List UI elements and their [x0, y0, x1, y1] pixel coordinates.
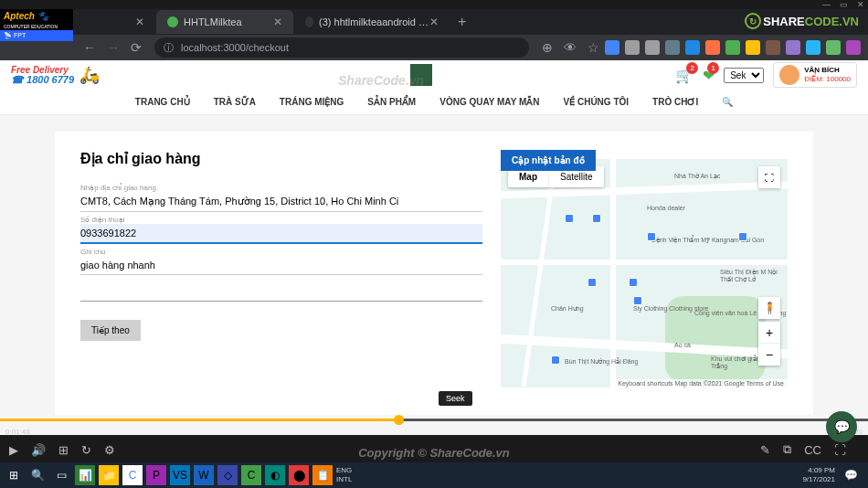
field-label: Ghi chú: [80, 248, 482, 256]
form-title: Địa chỉ giao hàng: [80, 150, 482, 167]
search-icon[interactable]: 🔍: [27, 465, 48, 485]
video-control-icon[interactable]: ⚙: [104, 443, 115, 457]
url-bar: ← → ⟳ ⓘ localhost:3000/checkout ⊕ 👁 ☆: [0, 35, 868, 60]
extension-icon[interactable]: [766, 40, 780, 55]
map-poi-label: Nhà Thờ An Lạc: [674, 173, 720, 180]
taskbar-app[interactable]: 📋: [312, 465, 333, 485]
extension-icon[interactable]: [625, 40, 640, 55]
start-button[interactable]: ⊞: [4, 465, 24, 485]
address-input[interactable]: [80, 193, 482, 212]
extension-icon[interactable]: [605, 40, 619, 55]
back-icon[interactable]: ←: [83, 40, 96, 55]
search-select[interactable]: Sek: [724, 68, 764, 83]
extension-icon[interactable]: [786, 40, 800, 55]
window-maximize[interactable]: ▭: [840, 0, 848, 9]
notifications-icon[interactable]: 💬: [841, 465, 861, 485]
browser-tabs: ✕ HHTLMilktea✕ (3) hhtlmilkteaandroid on…: [0, 9, 868, 35]
video-progress[interactable]: [0, 419, 868, 421]
video-control-icon[interactable]: ⊞: [58, 443, 69, 457]
info-icon[interactable]: ⓘ: [164, 41, 174, 55]
windows-taskbar: ⊞ 🔍 ▭ 📊 📁 C P VS W ◇ C ◐ ⬤ 📋 ENGINTL 4:0…: [0, 462, 868, 488]
window-close[interactable]: ✕: [857, 0, 864, 9]
taskbar-app[interactable]: ◇: [217, 465, 238, 485]
extension-icon[interactable]: [665, 40, 680, 55]
taskbar-app[interactable]: 📁: [99, 465, 119, 485]
map-poi-label: Honda dealer: [647, 205, 685, 211]
extension-icon[interactable]: [705, 40, 720, 55]
new-tab-button[interactable]: +: [458, 14, 466, 30]
chat-button[interactable]: 💬: [826, 411, 857, 442]
fullscreen-icon[interactable]: ⛶: [834, 443, 846, 457]
wishlist-icon[interactable]: ❤1: [703, 67, 715, 84]
browser-tab[interactable]: ✕: [73, 10, 155, 34]
star-icon[interactable]: ☆: [587, 40, 599, 55]
search-icon[interactable]: 🔍: [722, 97, 733, 107]
volume-icon[interactable]: 🔊: [31, 443, 46, 457]
video-control-icon[interactable]: ↻: [81, 443, 91, 457]
taskbar-app[interactable]: C: [122, 465, 143, 485]
nav-item[interactable]: VỀ CHÚNG TÔI: [563, 97, 629, 107]
captions-icon[interactable]: CC: [804, 443, 821, 457]
window-minimize[interactable]: —: [822, 0, 831, 9]
watermark-logo: ↻ SHARECODE.VN: [745, 13, 859, 29]
note-input[interactable]: [80, 256, 482, 275]
nav-item[interactable]: TRANG CHỦ: [135, 97, 190, 107]
browser-tab[interactable]: (3) hhtlmilkteaandroid on Expo D✕: [294, 10, 450, 34]
pegman-icon[interactable]: 🧍: [758, 297, 780, 319]
phone-input[interactable]: [80, 224, 482, 244]
system-clock[interactable]: 4:09 PM9/17/2021: [802, 466, 841, 483]
next-button[interactable]: Tiếp theo: [80, 320, 141, 341]
extension-icon[interactable]: [725, 40, 740, 55]
extension-icon[interactable]: [685, 40, 700, 55]
site-header: Free Delivery ☎ 1800 6779 🛵 🛒2 ❤1 Sek VÂ…: [0, 60, 868, 90]
free-delivery-banner: Free Delivery ☎ 1800 6779: [11, 66, 74, 85]
extension-icon[interactable]: [846, 40, 861, 55]
taskbar-app[interactable]: P: [146, 465, 166, 485]
nav-item[interactable]: TRÒ CHƠI: [652, 97, 698, 107]
map-poi-label: Siêu Thị Điện M Nội Thất Chợ Lớ: [720, 269, 788, 283]
taskbar-app[interactable]: W: [194, 465, 214, 485]
extension-icon[interactable]: [746, 40, 760, 55]
taskbar-app[interactable]: 📊: [75, 465, 95, 485]
edit-icon[interactable]: ✎: [760, 443, 770, 457]
main-nav: TRANG CHỦ TRÀ SỮA TRÁNG MIỆNG SẢN PHẨM V…: [0, 90, 868, 115]
nav-item[interactable]: TRÁNG MIỆNG: [280, 97, 344, 107]
extension-icon[interactable]: [645, 40, 660, 55]
browser-tab[interactable]: HHTLMilktea✕: [156, 10, 293, 34]
nav-item[interactable]: VÒNG QUAY MAY MẮN: [439, 97, 539, 107]
extension-icon[interactable]: [806, 40, 820, 55]
seek-tooltip: Seek: [439, 391, 472, 406]
close-icon[interactable]: ✕: [429, 16, 439, 28]
user-menu[interactable]: VÂN BÍCH ĐIỂM: 100000: [773, 62, 857, 88]
zoom-out-button[interactable]: −: [758, 344, 780, 366]
play-icon[interactable]: ▶: [9, 443, 18, 457]
field-label: Nhập địa chỉ giao hàng: [80, 184, 482, 192]
map-poi-label: Ao cá: [674, 342, 691, 348]
language-indicator[interactable]: ENGINTL: [336, 466, 352, 483]
task-view-icon[interactable]: ▭: [51, 465, 71, 485]
nav-item[interactable]: SẢN PHẨM: [367, 97, 416, 107]
extension-icon[interactable]: [826, 40, 841, 55]
taskbar-app[interactable]: C: [241, 465, 261, 485]
nav-item[interactable]: TRÀ SỮA: [214, 97, 256, 107]
eye-off-icon[interactable]: 👁: [564, 40, 577, 55]
taskbar-app[interactable]: ◐: [265, 465, 285, 485]
pip-icon[interactable]: ⧉: [783, 442, 791, 457]
zoom-in-button[interactable]: +: [758, 322, 780, 344]
search-icon[interactable]: ⊕: [542, 40, 553, 55]
map-poi-label: Chân Hưng: [551, 305, 584, 313]
close-icon[interactable]: ✕: [135, 16, 144, 28]
copyright-watermark: Copyright © ShareCode.vn: [358, 446, 510, 460]
fullscreen-icon[interactable]: ⛶: [758, 166, 780, 188]
address-input[interactable]: ⓘ localhost:3000/checkout: [154, 37, 529, 58]
video-time-current: 0:01:48: [5, 428, 30, 436]
aptech-badge: Aptech 🐾 COMPUTER EDUCATION 📡 FPT: [0, 9, 73, 60]
google-map[interactable]: Map Satellite ⛶ 🧍 + − Keyboard shortcuts…: [501, 159, 788, 387]
taskbar-app[interactable]: ⬤: [289, 465, 309, 485]
cart-icon[interactable]: 🛒2: [675, 67, 693, 84]
update-map-button[interactable]: Cập nhật bản đồ: [501, 150, 596, 171]
forward-icon[interactable]: →: [107, 40, 120, 55]
taskbar-app[interactable]: VS: [170, 465, 190, 485]
reload-icon[interactable]: ⟳: [131, 40, 142, 55]
close-icon[interactable]: ✕: [273, 16, 282, 28]
